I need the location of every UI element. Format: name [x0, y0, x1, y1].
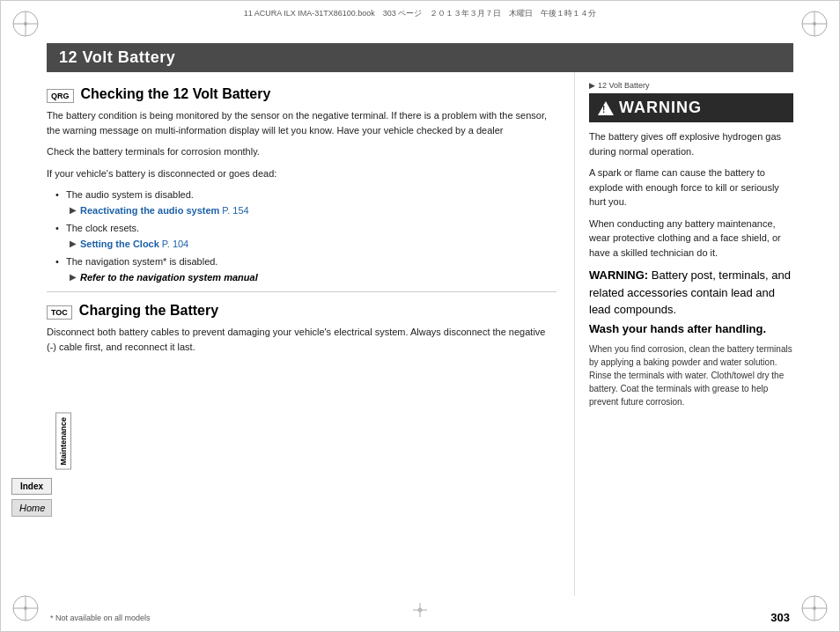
- footer-note: * Not available on all models: [50, 614, 151, 622]
- link-text-1[interactable]: Reactivating the audio system: [80, 203, 219, 218]
- bullet-text-1: The audio system is disabled.: [66, 189, 194, 200]
- corner-decoration-bl: [10, 592, 41, 624]
- index-button[interactable]: Index: [11, 478, 52, 495]
- qrg-badge: QRG: [47, 89, 74, 103]
- page-number: 303: [770, 611, 790, 624]
- svg-point-11: [24, 606, 27, 610]
- top-metadata-bar: 11 ACURA ILX IMA-31TX86100.book 303 ページ …: [54, 8, 786, 19]
- link-icon-3: ▶: [70, 270, 77, 283]
- bottom-crosshair: [411, 601, 429, 619]
- link-text-2[interactable]: Setting the Clock: [80, 237, 159, 252]
- sub-link-1: ▶ Reactivating the audio system P. 154: [70, 203, 556, 218]
- bullet-list: The audio system is disabled. ▶ Reactiva…: [47, 187, 556, 284]
- corner-decoration-br: [799, 592, 830, 624]
- metadata-text: 11 ACURA ILX IMA-31TX86100.book 303 ページ …: [244, 8, 597, 19]
- home-button[interactable]: Home: [11, 499, 52, 517]
- section2-header: TOC Charging the Battery: [47, 303, 556, 320]
- svg-point-7: [813, 22, 816, 26]
- bullet-item-3: The navigation system* is disabled. ▶ Re…: [55, 254, 556, 284]
- bullet-item-2: The clock resets. ▶ Setting the Clock P.…: [55, 221, 556, 251]
- section-divider: [47, 291, 556, 292]
- page-num-2: P. 104: [162, 237, 188, 252]
- section2-para1: Disconnect both battery cables to preven…: [47, 325, 556, 354]
- warning-para2: A spark or flame can cause the battery t…: [589, 165, 793, 209]
- bullet-text-3: The navigation system* is disabled.: [66, 256, 217, 267]
- breadcrumb: ▶ 12 Volt Battery: [589, 81, 793, 90]
- link-icon-2: ▶: [70, 237, 77, 250]
- maintenance-label[interactable]: Maintenance: [55, 413, 71, 470]
- svg-point-3: [24, 22, 27, 26]
- link-icon-1: ▶: [70, 203, 77, 217]
- left-column: QRG Checking the 12 Volt Battery The bat…: [47, 72, 575, 596]
- breadcrumb-icon: ▶: [589, 81, 595, 90]
- svg-point-15: [813, 606, 816, 610]
- sub-link-3: ▶ Refer to the navigation system manual: [70, 270, 556, 285]
- page-num-1: P. 154: [222, 203, 248, 218]
- section1-title: Checking the 12 Volt Battery: [81, 86, 271, 102]
- warning-small-para: When you find corrosion, clean the batte…: [589, 342, 793, 408]
- bold-warning-washline: Wash your hands after handling.: [589, 320, 793, 338]
- left-sidebar-buttons: Index Home: [11, 478, 52, 517]
- section2: TOC Charging the Battery Disconnect both…: [47, 303, 556, 354]
- warning-para1: The battery gives off explosive hydrogen…: [589, 129, 793, 158]
- section1-para3: If your vehicle's battery is disconnecte…: [47, 166, 556, 181]
- warning-header-box: WARNING: [589, 93, 793, 122]
- bold-warning-section: WARNING: Battery post, terminals, and re…: [589, 267, 793, 337]
- breadcrumb-text: 12 Volt Battery: [598, 81, 650, 90]
- section1-para2: Check the battery terminals for corrosio…: [47, 144, 556, 159]
- link-text-3[interactable]: Refer to the navigation system manual: [80, 270, 258, 285]
- bullet-text-2: The clock resets.: [66, 223, 139, 233]
- toc-badge: TOC: [47, 305, 72, 320]
- warning-triangle-icon: [598, 101, 614, 115]
- home-label: Home: [19, 503, 45, 513]
- corner-decoration-tl: [10, 8, 41, 40]
- section1-para1: The battery condition is being monitored…: [47, 108, 556, 137]
- side-labels: Maintenance: [55, 413, 71, 470]
- warning-title: WARNING: [619, 99, 702, 117]
- bullet-item-1: The audio system is disabled. ▶ Reactiva…: [55, 187, 556, 217]
- corner-decoration-tr: [799, 8, 830, 40]
- page-title: 12 Volt Battery: [47, 43, 793, 72]
- sub-link-2: ▶ Setting the Clock P. 104: [70, 237, 556, 252]
- right-column: ▶ 12 Volt Battery WARNING The battery gi…: [575, 72, 793, 596]
- section2-title: Charging the Battery: [79, 303, 218, 319]
- section1-header: QRG Checking the 12 Volt Battery: [47, 86, 556, 103]
- warning-para3: When conducting any battery maintenance,…: [589, 217, 793, 261]
- bold-warning-label: WARNING:: [589, 268, 648, 282]
- maintenance-text: Maintenance: [59, 417, 68, 466]
- index-label: Index: [20, 481, 43, 491]
